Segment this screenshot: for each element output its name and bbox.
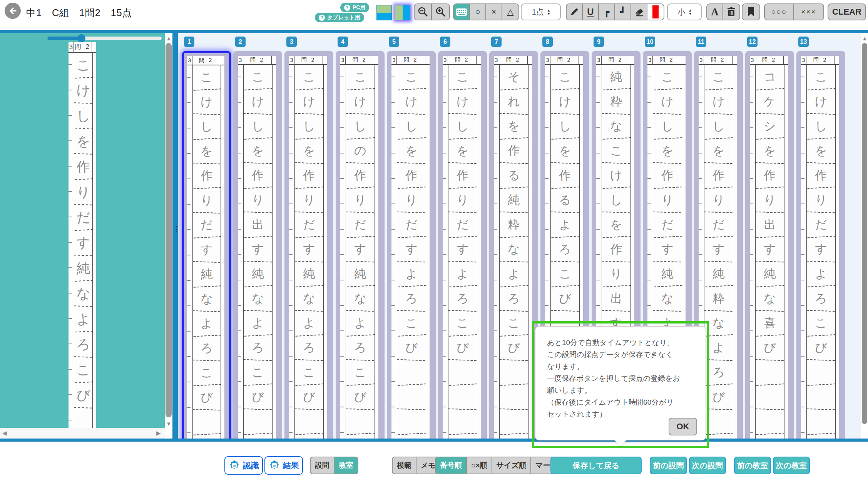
answer-card[interactable]: 3問 2 こけしの作りだす純なよろこび [336,51,385,439]
clear-button[interactable]: CLEAR [828,3,866,20]
prev-question-button[interactable]: 前の設問 [650,457,687,474]
column-number-tag[interactable]: 6 [440,37,450,47]
zoom-out-button[interactable] [415,4,432,20]
strip-header-cell: 3 [238,56,243,64]
column-number-tag[interactable]: 2 [235,37,246,47]
handwritten-char: る [551,188,580,213]
answer-card[interactable]: 3問 2 こけしを作りだすよろこび [438,51,487,439]
handwritten-char: な [244,286,273,312]
layout-horizontal-split-button[interactable] [376,5,392,20]
ok-button[interactable]: OK [669,418,697,435]
layout-vertical-split-button[interactable] [395,5,410,20]
answer-card[interactable]: 3問 2 こけしを作りだすよろこび [796,51,845,439]
sort-by-ox-button[interactable]: ○×順 [467,457,492,474]
scrollbar-thumb[interactable] [862,43,867,424]
answer-card[interactable]: 3問 2 こけしを作り出す純なよろこび [233,51,282,439]
point-value-select[interactable]: 1点 ▴▾ [521,3,561,20]
panel-resize-divider[interactable]: ⋮ [172,33,178,439]
zoom-in-button[interactable] [432,4,449,20]
ai-recognize-button[interactable]: AI 認識 [224,456,263,475]
answer-card[interactable]: 3問 2 それを作る純粋なよろこび [489,51,538,439]
prev-classroom-button[interactable]: 前の教室 [734,457,771,474]
answer-card[interactable]: 3問 2 こけしを作りだす純なよろこび [284,51,333,439]
next-classroom-button[interactable]: 次の教室 [773,457,810,474]
handwritten-char: び [193,385,221,410]
strip-right-margin [221,65,224,439]
save-and-return-button[interactable]: 保存して戻る [550,457,642,474]
handwritten-char: り [602,261,631,287]
answers-vertical-scrollbar[interactable]: ▲ [861,33,868,439]
column-number-tag[interactable]: 8 [542,37,553,47]
column-number-tag[interactable]: 3 [286,37,297,47]
handwritten-char: を [704,138,733,164]
model-answer-button[interactable]: 模範 [393,457,416,474]
delete-tool-button[interactable] [723,4,739,20]
strip-header-cell: 問 2 [294,56,323,64]
triangle-mark-button[interactable]: △ [502,4,518,20]
handwritten-char [448,385,477,410]
zoom-slider[interactable] [47,37,162,40]
underline-tool-button[interactable]: U [583,4,599,20]
scroll-right-icon[interactable]: ▶ [156,430,161,436]
handwritten-char: 作 [551,163,580,189]
scroll-up-icon[interactable]: ▲ [166,35,172,41]
back-button[interactable] [5,3,21,19]
sort-by-number-button[interactable]: 番号順 [436,457,467,474]
handwritten-char: け [448,89,477,115]
handwritten-char: こ [551,261,580,287]
cross-mark-button[interactable]: × [486,4,502,20]
scroll-up-icon[interactable]: ▲ [862,35,868,41]
all-circles-button[interactable]: ○○○ [765,4,794,20]
strip-left-margin [187,65,193,439]
circle-mark-button[interactable]: ○ [470,4,486,20]
sidebar-strip-header: 3問 2 [69,42,96,53]
answer-card[interactable]: 3問 2 コケシを作り出す純な喜び [745,51,794,439]
scroll-down-icon[interactable]: ▼ [166,421,172,427]
column-number-tag[interactable]: 9 [594,37,604,47]
answer-column: 7 3問 2 それを作る純粋なよろこび [489,37,538,439]
green-pane [395,5,403,20]
column-number-tag[interactable]: 11 [696,37,706,47]
ai-result-button[interactable]: AI 結果 [264,456,303,475]
question-view-button[interactable]: 設問 [311,457,334,474]
handwritten-char: け [397,89,426,115]
column-number-tag[interactable]: 12 [747,37,758,47]
answer-card[interactable]: 3問 2 こけしを作りだす純なよろこび [182,51,231,439]
corner-bottomright-tool-button[interactable]: ┛ [615,4,631,20]
help-tablet-button[interactable]: ? タブレット用 [315,13,364,22]
column-number-tag[interactable]: 13 [798,37,809,47]
column-number-tag[interactable]: 5 [389,37,399,47]
bookmark-button[interactable] [743,4,759,20]
answer-column: 3 3問 2 こけしを作りだす純なよろこび [284,37,333,439]
all-crosses-button[interactable]: ××× [794,4,823,20]
marker-color-button[interactable] [647,4,664,20]
sidebar-horizontal-scrollbar[interactable]: ◀ ▶ [0,428,165,439]
classroom-view-button[interactable]: 教室 [334,457,358,474]
strip-header: 3問 2 [699,56,737,65]
sidebar-vertical-scrollbar[interactable]: ▲ ▼ [165,33,172,439]
eraser-icon [634,7,644,17]
size-select[interactable]: 小 ▴▾ [667,3,702,20]
next-question-button[interactable]: 次の設問 [689,457,726,474]
answer-card[interactable]: 3問 2 こけしを作りだすよろこび [387,51,436,439]
pen-tool-button[interactable] [567,4,583,20]
text-tool-button[interactable]: A [707,4,723,20]
eraser-tool-button[interactable] [631,4,647,20]
sidebar-strip-inner: こけしを作りだす純なよろこび [69,53,96,428]
column-number-tag[interactable]: 7 [491,37,502,47]
strip-header-cell [528,56,532,64]
scrollbar-thumb[interactable] [166,43,172,417]
keyboard-tool-button[interactable] [454,4,470,20]
strip-header: 3問 2 [801,56,839,65]
column-number-tag[interactable]: 1 [184,37,194,47]
handwritten-char [807,360,836,386]
zoom-slider-thumb[interactable] [77,34,85,42]
column-number-tag[interactable]: 4 [338,37,348,47]
timeout-dialog: あと10分で自動タイムアウトとなり、この設問の採点データが保存できなくなります。… [535,326,706,440]
column-number-tag[interactable]: 10 [645,37,655,47]
scroll-left-icon[interactable]: ◀ [2,430,7,436]
strip-header-cell: 3 [494,56,499,64]
corner-topleft-tool-button[interactable]: ┏ [599,4,615,20]
help-pc-button[interactable]: ? PC用 [340,3,369,12]
sort-by-size-button[interactable]: サイズ順 [492,457,531,474]
